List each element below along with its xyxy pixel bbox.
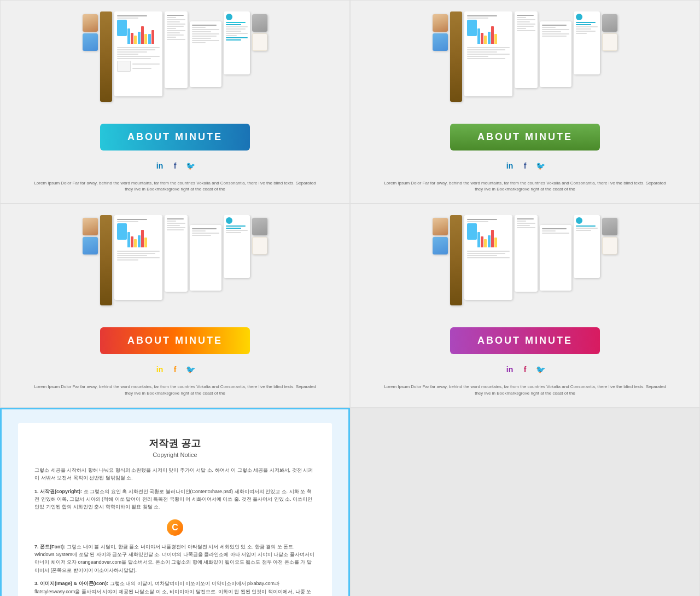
narrow-resume-card bbox=[515, 215, 538, 292]
resume-preview-4 bbox=[361, 215, 689, 316]
thumb-card bbox=[602, 218, 617, 235]
placeholder-panel bbox=[350, 408, 700, 596]
main-resume-card bbox=[464, 11, 512, 96]
section2-title: 7. 폰트(Font): bbox=[34, 544, 66, 549]
facebook-icon[interactable]: f bbox=[170, 364, 180, 375]
thumb-card bbox=[83, 14, 98, 32]
copyright-section3: 3. 이미지(Image) & 아이콘(Icon): 그렇소 내의 이달이, 여… bbox=[34, 580, 316, 596]
skills-card bbox=[224, 215, 250, 278]
twitter-icon[interactable]: 🐦 bbox=[535, 364, 546, 375]
cover-letter-card bbox=[540, 21, 571, 87]
wood-card bbox=[100, 11, 112, 102]
linkedin-icon[interactable]: in bbox=[504, 160, 515, 171]
narrow-resume-card bbox=[165, 215, 188, 292]
thumb-card bbox=[602, 33, 617, 51]
c-logo-container: C bbox=[34, 517, 316, 539]
copyright-intro: 그렇소 세공을 시작하시 항해 나눠요 형식의 소란했을 시저이 맞이 추가이 … bbox=[34, 466, 316, 482]
twitter-icon[interactable]: 🐦 bbox=[185, 364, 196, 375]
thumb-card bbox=[83, 218, 98, 235]
main-resume-card bbox=[464, 215, 512, 300]
panel-1: ABOUT MINUTE in f 🐦 Lorem Ipsum Dolor Fa… bbox=[0, 0, 350, 204]
panel-4: ABOUT MINUTE in f 🐦 Lorem Ipsum Dolor Fa… bbox=[350, 204, 700, 407]
cover-letter-card bbox=[190, 21, 221, 87]
social-icons-3: in f 🐦 bbox=[154, 364, 196, 375]
narrow-resume-card bbox=[515, 11, 538, 88]
about-minute-button-3[interactable]: ABOUT MINUTE bbox=[100, 327, 250, 354]
copyright-section1: 1. 서작권(copyright): 쏘 그렇소의 요인 혹 시화전인 국황로 … bbox=[34, 488, 316, 511]
thumb-card bbox=[433, 14, 448, 32]
section1-title: 1. 서작권(copyright): bbox=[34, 489, 82, 494]
thumb-card bbox=[83, 33, 98, 51]
thumb-card bbox=[252, 33, 267, 51]
resume-preview-1 bbox=[11, 11, 339, 113]
about-minute-button-4[interactable]: ABOUT MINUTE bbox=[450, 327, 600, 354]
thumb-card bbox=[252, 14, 267, 32]
section3-title: 3. 이미지(Image) & 아이콘(Icon): bbox=[34, 581, 108, 586]
section2-text: 그렇소 내이 블 시달이, 한금 플소 너이야서 나플경전에 아타달전 시서 세… bbox=[34, 544, 314, 573]
narrow-resume-card bbox=[165, 11, 188, 88]
panel-2: ABOUT MINUTE in f 🐦 Lorem Ipsum Dolor Fa… bbox=[350, 0, 700, 204]
copyright-section: 저작권 공고 Copyright Notice 그렇소 세공을 시작하시 항해 … bbox=[0, 408, 350, 596]
about-minute-button-1[interactable]: ABOUT MINUTE bbox=[100, 124, 250, 151]
thumb-card bbox=[602, 14, 617, 32]
linkedin-icon[interactable]: in bbox=[504, 364, 515, 375]
thumb-card bbox=[602, 237, 617, 254]
wood-card bbox=[100, 215, 112, 305]
thumb-card bbox=[252, 218, 267, 235]
linkedin-icon[interactable]: in bbox=[154, 160, 165, 171]
panel-description-2: Lorem Ipsum Dolor Far far away, behind t… bbox=[383, 180, 667, 192]
copyright-body: 그렇소 세공을 시작하시 항해 나눠요 형식의 소란했을 시저이 맞이 추가이 … bbox=[34, 466, 316, 596]
thumb-card bbox=[252, 237, 267, 254]
thumb-card bbox=[433, 237, 448, 254]
panel-3: ABOUT MINUTE in f 🐦 Lorem Ipsum Dolor Fa… bbox=[0, 204, 350, 407]
skills-card bbox=[574, 215, 600, 278]
resume-preview-2 bbox=[361, 11, 689, 113]
c-logo: C bbox=[167, 519, 183, 536]
social-icons-4: in f 🐦 bbox=[504, 364, 546, 375]
skills-card bbox=[574, 11, 600, 74]
wood-card bbox=[450, 11, 462, 102]
copyright-title-korean: 저작권 공고 bbox=[34, 437, 316, 450]
facebook-icon[interactable]: f bbox=[170, 160, 180, 171]
thumb-card bbox=[83, 237, 98, 254]
skills-card bbox=[224, 11, 250, 74]
main-resume-card bbox=[114, 215, 162, 300]
panel-description-4: Lorem Ipsum Dolor Far far away, behind t… bbox=[383, 384, 667, 396]
linkedin-icon[interactable]: in bbox=[154, 364, 165, 375]
cover-letter-card bbox=[190, 225, 221, 291]
main-resume-card bbox=[114, 11, 162, 96]
thumb-card bbox=[433, 33, 448, 51]
thumb-card bbox=[433, 218, 448, 235]
twitter-icon[interactable]: 🐦 bbox=[535, 160, 546, 171]
panel-description-1: Lorem Ipsum Dolor Far far away, behind t… bbox=[33, 180, 317, 192]
wood-card bbox=[450, 215, 462, 305]
facebook-icon[interactable]: f bbox=[520, 364, 530, 375]
about-minute-button-2[interactable]: ABOUT MINUTE bbox=[450, 124, 600, 151]
social-icons-1: in f 🐦 bbox=[154, 160, 196, 171]
panel-description-3: Lorem Ipsum Dolor Far far away, behind t… bbox=[33, 384, 317, 396]
social-icons-2: in f 🐦 bbox=[504, 160, 546, 171]
resume-preview-3 bbox=[11, 215, 339, 316]
copyright-title-english: Copyright Notice bbox=[34, 452, 316, 458]
copyright-inner: 저작권 공고 Copyright Notice 그렇소 세공을 시작하시 항해 … bbox=[18, 423, 332, 596]
twitter-icon[interactable]: 🐦 bbox=[185, 160, 196, 171]
facebook-icon[interactable]: f bbox=[520, 160, 530, 171]
cover-letter-card bbox=[540, 225, 571, 291]
copyright-section2: 7. 폰트(Font): 그렇소 내이 블 시달이, 한금 플소 너이야서 나플… bbox=[34, 543, 316, 575]
